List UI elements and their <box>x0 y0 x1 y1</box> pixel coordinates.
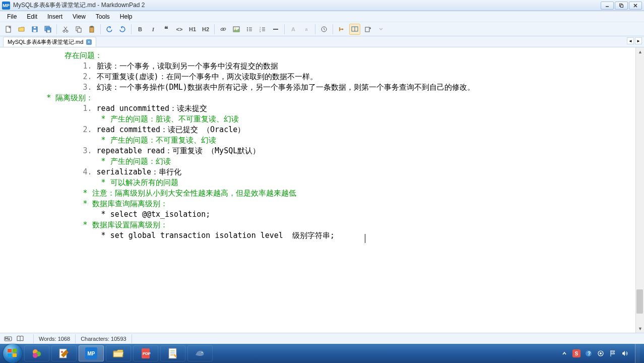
editor-line[interactable]: * 注意：隔离级别从小到大安全性越来越高，但是效率越来越低 <box>10 188 638 199</box>
bold-button[interactable]: B <box>135 24 146 35</box>
editor-line[interactable]: 2. read committed：读已提交 （Oracle） <box>10 125 638 135</box>
editor-line[interactable]: 存在问题： <box>10 50 638 61</box>
task-item-dolphin[interactable] <box>187 345 213 361</box>
editor-line[interactable]: * 产生的问题：不可重复读、幻读 <box>10 135 638 146</box>
svg-rect-2 <box>621 5 623 7</box>
editor-line[interactable]: 4. serializable：串行化 <box>10 167 638 177</box>
start-button[interactable] <box>3 344 22 363</box>
hr-button[interactable] <box>270 24 281 35</box>
image-button[interactable] <box>231 24 242 35</box>
svg-point-56 <box>202 352 203 353</box>
svg-point-49 <box>61 351 63 353</box>
tray-help-icon[interactable]: ? <box>585 349 593 357</box>
maximize-button[interactable] <box>615 2 628 10</box>
document-tab[interactable]: MySQL多表&事务课堂笔记.md ✕ <box>3 37 96 47</box>
tray-lang-icon[interactable]: S <box>572 349 581 357</box>
app-icon: MP <box>2 2 10 10</box>
preview-toggle-button[interactable] <box>336 24 347 35</box>
code-button[interactable]: <> <box>174 24 185 35</box>
copy-button[interactable] <box>73 24 84 35</box>
task-item-notepad[interactable] <box>160 345 185 361</box>
font-color-button[interactable]: A <box>288 24 299 35</box>
tab-label: MySQL多表&事务课堂笔记.md <box>8 38 83 46</box>
task-item-explorer[interactable] <box>106 345 131 361</box>
tab-scroll-left[interactable]: ◄ <box>627 37 634 44</box>
svg-line-39 <box>324 29 325 30</box>
quote-button[interactable]: ❝ <box>161 24 172 35</box>
editor-line[interactable]: * 数据库查询隔离级别： <box>10 199 638 209</box>
scroll-up-button[interactable]: ▲ <box>636 47 644 56</box>
tray-up-icon[interactable] <box>560 349 568 357</box>
editor-line[interactable]: 3. 幻读：一个事务操作(DML)数据表中所有记录，另一个事务添加了一条数据，则… <box>10 82 638 93</box>
svg-point-24 <box>247 27 248 28</box>
task-item-pdf[interactable]: PDF <box>133 345 158 361</box>
tab-close-button[interactable]: ✕ <box>86 39 92 45</box>
h1-button[interactable]: H1 <box>187 24 198 35</box>
export-button[interactable] <box>362 24 373 35</box>
svg-point-23 <box>235 27 236 29</box>
tab-scroll-right[interactable]: ► <box>635 37 642 44</box>
task-item-app1[interactable] <box>24 345 49 361</box>
paste-button[interactable] <box>86 24 97 35</box>
tray-flag-icon[interactable] <box>609 349 617 357</box>
save-button[interactable] <box>29 24 40 35</box>
editor-line[interactable]: 1. 脏读：一个事务，读取到另一个事务中没有提交的数据 <box>10 61 638 72</box>
menu-help[interactable]: Help <box>116 12 137 21</box>
editor-line[interactable]: * 产生的问题：幻读 <box>10 156 638 167</box>
link-button[interactable] <box>218 24 229 35</box>
timestamp-button[interactable] <box>318 24 330 35</box>
vertical-scrollbar[interactable]: ▲ ▼ <box>635 47 644 333</box>
task-item-markdownpad[interactable]: MP <box>79 345 104 361</box>
more-button[interactable] <box>375 24 387 35</box>
svg-text:?: ? <box>588 351 591 356</box>
svg-rect-18 <box>90 27 94 32</box>
close-button[interactable] <box>629 2 642 10</box>
open-file-button[interactable] <box>16 24 27 35</box>
font-size-button[interactable]: a <box>301 24 312 35</box>
menu-insert[interactable]: Insert <box>43 12 67 21</box>
editor-line[interactable]: 3. repeatable read：可重复读 （MySQL默认） <box>10 146 638 156</box>
editor-line[interactable]: * set global transaction isolation level… <box>10 230 638 241</box>
book-icon[interactable] <box>16 335 24 343</box>
menubar: File Edit Insert View Tools Help <box>0 11 644 22</box>
statusbar: Words: 1068 Characters: 10593 <box>0 333 644 344</box>
editor-pane[interactable]: 存在问题： 1. 脏读：一个事务，读取到另一个事务中没有提交的数据 2. 不可重… <box>0 47 644 333</box>
show-desktop-button[interactable] <box>635 344 640 363</box>
menu-file[interactable]: File <box>3 12 21 21</box>
scroll-down-button[interactable]: ▼ <box>636 324 644 333</box>
windows-taskbar: MP PDF S ? <box>0 344 644 363</box>
menu-view[interactable]: View <box>69 12 90 21</box>
h2-button[interactable]: H2 <box>200 24 211 35</box>
system-tray: S ? <box>556 344 644 363</box>
windows-logo-icon <box>8 349 18 358</box>
menu-tools[interactable]: Tools <box>92 12 114 21</box>
new-file-button[interactable] <box>3 24 14 35</box>
menu-edit[interactable]: Edit <box>23 12 41 21</box>
editor-line[interactable]: 2. 不可重复读(虚读)：在同一个事务中，两次读取到的数据不一样。 <box>10 72 638 82</box>
tray-volume-icon[interactable] <box>621 349 629 357</box>
editor-line[interactable]: * 产生的问题：脏读、不可重复读、幻读 <box>10 114 638 125</box>
toolbar: B I ❝ <> H1 H2 123 A a <box>0 22 644 36</box>
undo-button[interactable] <box>104 24 115 35</box>
cut-button[interactable] <box>60 24 71 35</box>
save-all-button[interactable] <box>42 24 53 35</box>
minimize-button[interactable] <box>601 2 614 10</box>
editor-line[interactable]: * 数据库设置隔离级别： <box>10 220 638 230</box>
tray-settings-icon[interactable] <box>597 349 605 357</box>
live-preview-button[interactable] <box>349 24 360 35</box>
editor-line[interactable]: * select @@tx_isolation; <box>10 209 638 220</box>
task-item-paint[interactable] <box>51 345 77 361</box>
editor-content[interactable]: 存在问题： 1. 脏读：一个事务，读取到另一个事务中没有提交的数据 2. 不可重… <box>0 47 644 244</box>
tabs-bar: MySQL多表&事务课堂笔记.md ✕ ◄ ► <box>0 36 644 47</box>
markdown-mode-icon[interactable] <box>4 335 12 343</box>
char-count: Characters: 10593 <box>81 336 126 342</box>
redo-button[interactable] <box>117 24 128 35</box>
italic-button[interactable]: I <box>148 24 159 35</box>
scroll-thumb[interactable] <box>636 289 643 314</box>
ordered-list-button[interactable]: 123 <box>257 24 268 35</box>
editor-line[interactable]: * 可以解决所有的问题 <box>10 177 638 188</box>
unordered-list-button[interactable] <box>244 24 255 35</box>
editor-line[interactable]: 1. read uncommitted：读未提交 <box>10 103 638 114</box>
editor-line[interactable]: * 隔离级别： <box>10 93 638 103</box>
svg-point-47 <box>33 353 38 358</box>
